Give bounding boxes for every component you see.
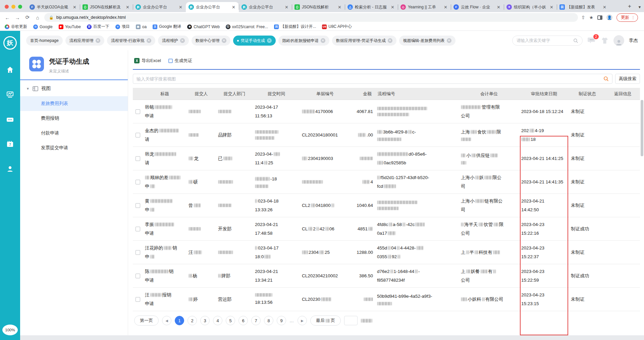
table-scrollbar[interactable]: [641, 100, 643, 156]
row-checkbox[interactable]: [136, 227, 140, 231]
sidebar-view-item[interactable]: 费用报销: [20, 111, 128, 126]
address-bar[interactable]: 🔒 bip.umugua.net/x_desktop/index.html: [44, 13, 578, 22]
close-icon[interactable]: ✕: [321, 38, 325, 43]
row-checkbox[interactable]: [136, 156, 140, 161]
new-tab-button[interactable]: +: [625, 2, 634, 11]
minimize-window-button[interactable]: [11, 5, 15, 9]
bookmark-item[interactable]: ▣oa: [136, 24, 147, 29]
browser-tab[interactable]: 妖企业办公平台✕: [239, 2, 292, 12]
tab-close-icon[interactable]: ✕: [231, 5, 236, 10]
tab-close-icon[interactable]: ✕: [549, 5, 554, 10]
table-row[interactable]: 黄申曾023-04-1813:33:26CL20418001040.64上海小链…: [133, 194, 640, 217]
page-number-button[interactable]: 2: [187, 316, 197, 325]
bookmark-item[interactable]: ▶YouTube: [59, 24, 81, 29]
close-icon[interactable]: ✕: [147, 38, 151, 43]
kebab-menu-icon[interactable]: ⋮: [631, 15, 635, 20]
close-icon[interactable]: ✕: [222, 38, 226, 43]
row-checkbox[interactable]: [136, 297, 140, 302]
bookmark-item[interactable]: U8U8C API中心: [322, 24, 352, 30]
close-window-button[interactable]: [5, 5, 9, 9]
rail-apps-icon[interactable]: [5, 115, 15, 124]
sidebar-view-item[interactable]: 差旅费用列表: [20, 96, 128, 111]
browser-tab[interactable]: F云效 Flow · 企业✕: [451, 2, 504, 12]
maximize-window-button[interactable]: [18, 5, 22, 9]
side-panel-icon[interactable]: [597, 15, 602, 20]
workspace-tab-chip[interactable]: 陈岭的差旅报销申请✕: [278, 36, 329, 46]
browser-tab-active[interactable]: 妖企业办公平台✕: [186, 2, 239, 12]
browser-tab[interactable]: △检索分析 - 日志服✕: [345, 2, 398, 12]
rail-calendar-icon[interactable]: 7: [5, 139, 15, 149]
page-number-button[interactable]: 7: [251, 316, 261, 325]
bookmark-star-icon[interactable]: ★: [589, 15, 593, 20]
bookmark-item[interactable]: 谷歌更新: [5, 24, 27, 30]
window-controls[interactable]: [0, 5, 27, 12]
advanced-search-button[interactable]: 高级搜索: [615, 74, 640, 84]
next-page-button[interactable]: ▶: [298, 316, 307, 325]
prev-page-button[interactable]: ◀: [162, 316, 171, 325]
tab-close-icon[interactable]: ✕: [337, 5, 342, 10]
table-row[interactable]: 李振申请开发部2023-04-2117:48:58CL2420648514fd8…: [133, 217, 640, 241]
chrome-update-button[interactable]: 更新 ⋮: [616, 13, 638, 22]
tab-close-icon[interactable]: ✕: [496, 5, 501, 10]
bookmark-item[interactable]: 文Google 翻译: [153, 24, 181, 30]
row-checkbox[interactable]: [136, 250, 140, 255]
browser-tab[interactable]: 妖企业办公平台✕: [133, 2, 186, 12]
page-number-button[interactable]: 4: [213, 316, 222, 325]
rail-user-icon[interactable]: [5, 164, 15, 174]
workspace-tab-chip[interactable]: 流程应用管理✕: [65, 36, 104, 46]
browser-tab[interactable]: F半天妖O2OA合规✕: [27, 2, 80, 12]
bookmark-item[interactable]: GGoogle: [33, 24, 53, 29]
last-page-button[interactable]: 最后页: [310, 316, 341, 326]
row-checkbox[interactable]: [136, 274, 140, 278]
page-jump-input[interactable]: [344, 316, 358, 325]
share-icon[interactable]: ⇧: [581, 15, 585, 20]
page-number-button[interactable]: 9: [277, 316, 286, 325]
row-checkbox[interactable]: [136, 203, 140, 208]
browser-tab[interactable]: ✦组织架构（半小妖✕: [504, 2, 557, 12]
export-excel-button[interactable]: X 导出Excel: [134, 58, 161, 64]
table-row[interactable]: 陈销申请杨牌部2023-04-2113:34:21CL2023042100023…: [133, 264, 640, 288]
page-number-button[interactable]: 6: [238, 316, 248, 325]
close-icon[interactable]: ✕: [96, 38, 100, 43]
tab-close-icon[interactable]: ✕: [602, 5, 607, 10]
back-icon[interactable]: ←: [4, 15, 11, 20]
bookmark-item[interactable]: ⊛ChatGPT Web: [187, 24, 220, 29]
table-row[interactable]: 汪报销申请婷营运部18:13:56CL2023050b9d941-b99e-4a…: [133, 288, 640, 311]
forward-icon[interactable]: →: [14, 15, 21, 20]
tab-close-icon[interactable]: ✕: [72, 5, 77, 10]
tab-close-icon[interactable]: ✕: [178, 5, 183, 10]
rail-chart-icon[interactable]: [5, 90, 15, 99]
workspace-tab-chip[interactable]: 数据应用管理-凭证手动生成✕: [332, 36, 396, 46]
bookmark-item[interactable]: 百百度一下: [87, 24, 109, 30]
workspace-tab-chip[interactable]: 数据中心管理✕: [192, 36, 230, 46]
page-number-button[interactable]: 5: [226, 316, 235, 325]
browser-tab[interactable]: {}JSON在线解析及✕: [80, 2, 133, 12]
home-icon[interactable]: ⌂: [34, 15, 41, 20]
browser-tab[interactable]: {}JSON在线解析✕: [292, 2, 345, 12]
app-logo[interactable]: 妖: [3, 36, 17, 50]
bookmark-item[interactable]: 回【新提醒】设计开...: [274, 24, 316, 30]
browser-tab[interactable]: 回【新提醒】发表✕: [557, 2, 610, 12]
messages-button[interactable]: 2: [587, 37, 596, 45]
workspace-tab-chip[interactable]: 流程管理-行政审批✕: [107, 36, 155, 46]
tab-close-icon[interactable]: ✕: [390, 5, 395, 10]
apps-vest-icon[interactable]: [601, 37, 609, 44]
global-search[interactable]: [512, 36, 583, 46]
page-number-button[interactable]: 1: [175, 316, 184, 325]
row-checkbox[interactable]: [136, 180, 140, 184]
table-row[interactable]: 韩铭申请2023-04-1711:56:1341700064067.81管理有限…: [133, 100, 640, 123]
close-icon[interactable]: ✕: [267, 38, 272, 43]
table-row[interactable]: 金杰的请品牌部CL202304180001.003b6b-4f29-8c-上海食…: [133, 123, 640, 147]
row-checkbox[interactable]: [136, 133, 140, 137]
close-icon[interactable]: ✕: [180, 38, 185, 43]
tab-list-chevron-icon[interactable]: ▼: [635, 2, 644, 12]
rail-home-icon[interactable]: [5, 65, 15, 74]
workspace-tab-chip[interactable]: 视图编辑-差旅费用列表✕: [399, 36, 455, 46]
user-name[interactable]: 李杰: [629, 38, 638, 44]
tab-close-icon[interactable]: ✕: [443, 5, 448, 10]
browser-tab[interactable]: ◇Yearning || 工单✕: [398, 2, 451, 12]
table-row[interactable]: 汪花婷的销申汪023-04-1718:02304251288.00455d044…: [133, 241, 640, 264]
close-icon[interactable]: ✕: [388, 38, 392, 43]
view-search[interactable]: [133, 74, 612, 84]
workspace-tab-active[interactable]: 凭证手动生成✕: [233, 36, 276, 46]
